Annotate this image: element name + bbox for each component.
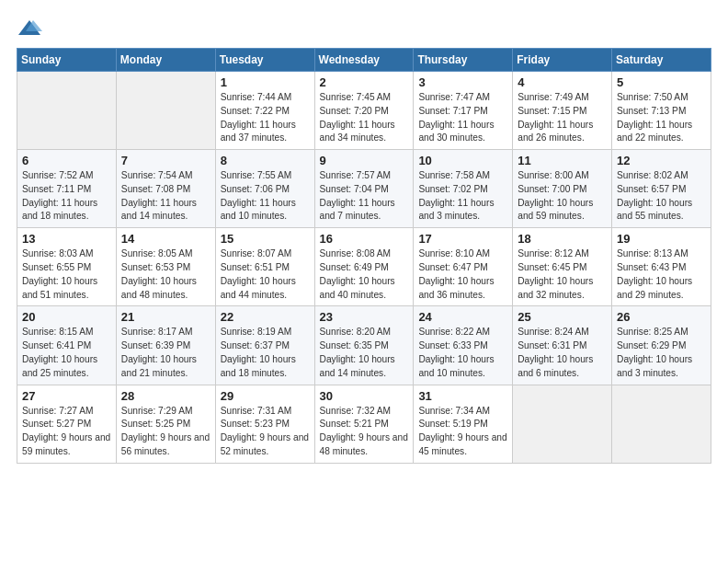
day-number: 29 bbox=[221, 389, 310, 403]
day-number: 13 bbox=[22, 232, 111, 246]
calendar-cell: 7 Sunrise: 7:54 AMSunset: 7:08 PMDayligh… bbox=[116, 150, 215, 228]
calendar-cell: 12 Sunrise: 8:02 AMSunset: 6:57 PMDaylig… bbox=[612, 150, 711, 228]
day-detail: Sunrise: 8:25 AMSunset: 6:29 PMDaylight:… bbox=[617, 327, 692, 377]
day-number: 18 bbox=[518, 232, 607, 246]
day-number: 19 bbox=[617, 232, 706, 246]
calendar-cell: 25 Sunrise: 8:24 AMSunset: 6:31 PMDaylig… bbox=[513, 306, 612, 385]
day-number: 4 bbox=[518, 75, 607, 89]
calendar-week-row: 27 Sunrise: 7:27 AMSunset: 5:27 PMDaylig… bbox=[17, 385, 711, 463]
calendar-cell: 20 Sunrise: 8:15 AMSunset: 6:41 PMDaylig… bbox=[17, 306, 117, 385]
calendar-cell: 27 Sunrise: 7:27 AMSunset: 5:27 PMDaylig… bbox=[17, 385, 117, 463]
day-number: 11 bbox=[518, 154, 607, 167]
day-number: 1 bbox=[221, 75, 310, 89]
day-detail: Sunrise: 7:57 AMSunset: 7:04 PMDaylight:… bbox=[320, 170, 395, 221]
day-detail: Sunrise: 8:10 AMSunset: 6:47 PMDaylight:… bbox=[418, 248, 494, 299]
calendar-week-row: 1 Sunrise: 7:44 AMSunset: 7:22 PMDayligh… bbox=[17, 72, 711, 150]
calendar-cell: 15 Sunrise: 8:07 AMSunset: 6:51 PMDaylig… bbox=[215, 228, 314, 306]
weekday-header: Sunday bbox=[17, 49, 117, 72]
day-detail: Sunrise: 7:54 AMSunset: 7:08 PMDaylight:… bbox=[121, 170, 197, 221]
calendar-cell: 10 Sunrise: 7:58 AMSunset: 7:02 PMDaylig… bbox=[414, 150, 513, 228]
day-detail: Sunrise: 8:24 AMSunset: 6:31 PMDaylight:… bbox=[518, 327, 593, 377]
day-number: 5 bbox=[617, 75, 706, 89]
calendar-cell: 2 Sunrise: 7:45 AMSunset: 7:20 PMDayligh… bbox=[314, 72, 414, 150]
calendar-cell: 6 Sunrise: 7:52 AMSunset: 7:11 PMDayligh… bbox=[17, 150, 117, 228]
weekday-header: Thursday bbox=[414, 49, 513, 72]
calendar-cell: 29 Sunrise: 7:31 AMSunset: 5:23 PMDaylig… bbox=[215, 385, 314, 463]
day-detail: Sunrise: 7:52 AMSunset: 7:11 PMDaylight:… bbox=[22, 170, 97, 221]
calendar-cell bbox=[17, 72, 117, 150]
calendar-week-row: 13 Sunrise: 8:03 AMSunset: 6:55 PMDaylig… bbox=[17, 228, 711, 306]
day-detail: Sunrise: 8:13 AMSunset: 6:43 PMDaylight:… bbox=[617, 248, 692, 299]
day-detail: Sunrise: 8:20 AMSunset: 6:35 PMDaylight:… bbox=[320, 327, 395, 377]
day-detail: Sunrise: 8:07 AMSunset: 6:51 PMDaylight:… bbox=[221, 248, 296, 299]
day-number: 17 bbox=[418, 232, 507, 246]
logo-area bbox=[17, 17, 46, 42]
calendar-cell: 1 Sunrise: 7:44 AMSunset: 7:22 PMDayligh… bbox=[215, 72, 314, 150]
weekday-header: Friday bbox=[513, 49, 612, 72]
calendar-header-row: SundayMondayTuesdayWednesdayThursdayFrid… bbox=[17, 49, 711, 72]
weekday-header: Wednesday bbox=[314, 49, 414, 72]
day-number: 2 bbox=[320, 75, 409, 89]
day-detail: Sunrise: 8:17 AMSunset: 6:39 PMDaylight:… bbox=[121, 327, 197, 377]
day-number: 25 bbox=[518, 310, 607, 324]
day-number: 12 bbox=[617, 154, 706, 167]
day-detail: Sunrise: 7:49 AMSunset: 7:15 PMDaylight:… bbox=[518, 92, 593, 143]
day-detail: Sunrise: 7:32 AMSunset: 5:21 PMDaylight:… bbox=[320, 406, 408, 456]
day-number: 30 bbox=[320, 389, 409, 403]
day-detail: Sunrise: 8:05 AMSunset: 6:53 PMDaylight:… bbox=[121, 248, 197, 299]
calendar-cell: 31 Sunrise: 7:34 AMSunset: 5:19 PMDaylig… bbox=[414, 385, 513, 463]
day-number: 20 bbox=[22, 310, 111, 324]
day-number: 7 bbox=[121, 154, 210, 167]
calendar-cell: 16 Sunrise: 8:08 AMSunset: 6:49 PMDaylig… bbox=[314, 228, 414, 306]
day-number: 27 bbox=[22, 389, 111, 403]
calendar-cell bbox=[116, 72, 215, 150]
calendar-cell: 14 Sunrise: 8:05 AMSunset: 6:53 PMDaylig… bbox=[116, 228, 215, 306]
weekday-header: Tuesday bbox=[215, 49, 314, 72]
calendar-cell: 17 Sunrise: 8:10 AMSunset: 6:47 PMDaylig… bbox=[414, 228, 513, 306]
calendar-cell: 9 Sunrise: 7:57 AMSunset: 7:04 PMDayligh… bbox=[314, 150, 414, 228]
day-detail: Sunrise: 7:44 AMSunset: 7:22 PMDaylight:… bbox=[221, 92, 296, 143]
calendar-cell: 26 Sunrise: 8:25 AMSunset: 6:29 PMDaylig… bbox=[612, 306, 711, 385]
day-detail: Sunrise: 7:55 AMSunset: 7:06 PMDaylight:… bbox=[221, 170, 296, 221]
day-detail: Sunrise: 7:58 AMSunset: 7:02 PMDaylight:… bbox=[418, 170, 494, 221]
day-number: 15 bbox=[221, 232, 310, 246]
calendar-cell bbox=[612, 385, 711, 463]
day-number: 3 bbox=[418, 75, 507, 89]
calendar-week-row: 6 Sunrise: 7:52 AMSunset: 7:11 PMDayligh… bbox=[17, 150, 711, 228]
calendar-cell: 28 Sunrise: 7:29 AMSunset: 5:25 PMDaylig… bbox=[116, 385, 215, 463]
calendar-cell: 24 Sunrise: 8:22 AMSunset: 6:33 PMDaylig… bbox=[414, 306, 513, 385]
day-detail: Sunrise: 7:47 AMSunset: 7:17 PMDaylight:… bbox=[418, 92, 494, 143]
day-number: 8 bbox=[221, 154, 310, 167]
day-number: 16 bbox=[320, 232, 409, 246]
calendar-cell: 8 Sunrise: 7:55 AMSunset: 7:06 PMDayligh… bbox=[215, 150, 314, 228]
day-detail: Sunrise: 7:50 AMSunset: 7:13 PMDaylight:… bbox=[617, 92, 692, 143]
weekday-header: Monday bbox=[116, 49, 215, 72]
day-number: 31 bbox=[418, 389, 507, 403]
day-detail: Sunrise: 7:31 AMSunset: 5:23 PMDaylight:… bbox=[221, 406, 309, 456]
calendar-body: 1 Sunrise: 7:44 AMSunset: 7:22 PMDayligh… bbox=[17, 72, 711, 464]
header bbox=[17, 17, 711, 42]
calendar-cell: 19 Sunrise: 8:13 AMSunset: 6:43 PMDaylig… bbox=[612, 228, 711, 306]
logo-icon bbox=[17, 17, 42, 42]
calendar-table: SundayMondayTuesdayWednesdayThursdayFrid… bbox=[17, 48, 711, 464]
day-detail: Sunrise: 8:03 AMSunset: 6:55 PMDaylight:… bbox=[22, 248, 97, 299]
day-number: 24 bbox=[418, 310, 507, 324]
calendar-cell: 13 Sunrise: 8:03 AMSunset: 6:55 PMDaylig… bbox=[17, 228, 117, 306]
day-detail: Sunrise: 7:45 AMSunset: 7:20 PMDaylight:… bbox=[320, 92, 395, 143]
calendar-cell: 5 Sunrise: 7:50 AMSunset: 7:13 PMDayligh… bbox=[612, 72, 711, 150]
day-detail: Sunrise: 7:27 AMSunset: 5:27 PMDaylight:… bbox=[22, 406, 110, 456]
day-number: 14 bbox=[121, 232, 210, 246]
calendar-cell: 21 Sunrise: 8:17 AMSunset: 6:39 PMDaylig… bbox=[116, 306, 215, 385]
day-number: 10 bbox=[418, 154, 507, 167]
calendar-cell bbox=[513, 385, 612, 463]
page: SundayMondayTuesdayWednesdayThursdayFrid… bbox=[0, 0, 728, 473]
day-number: 28 bbox=[121, 389, 210, 403]
day-number: 26 bbox=[617, 310, 706, 324]
weekday-header: Saturday bbox=[612, 49, 711, 72]
calendar-week-row: 20 Sunrise: 8:15 AMSunset: 6:41 PMDaylig… bbox=[17, 306, 711, 385]
day-number: 22 bbox=[221, 310, 310, 324]
day-detail: Sunrise: 8:02 AMSunset: 6:57 PMDaylight:… bbox=[617, 170, 692, 221]
day-number: 6 bbox=[22, 154, 111, 167]
day-number: 23 bbox=[320, 310, 409, 324]
day-number: 21 bbox=[121, 310, 210, 324]
